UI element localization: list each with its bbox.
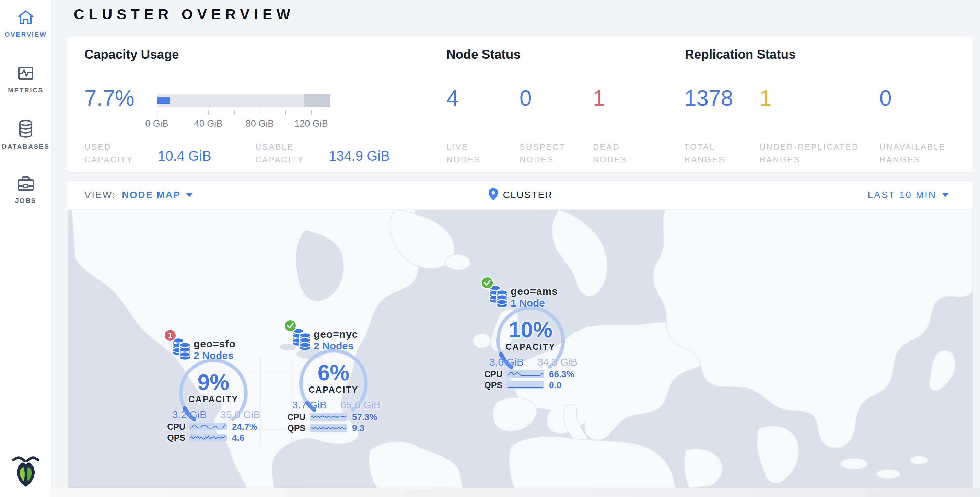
node-status-heading: Node Status (446, 47, 520, 62)
dead-nodes-count: 1 (593, 87, 605, 109)
used-capacity-label: USEDCAPACITY (84, 140, 133, 166)
suspect-nodes-count: 0 (520, 87, 532, 109)
node-map-panel: VIEW: NODE MAP CLUSTER LAST 10 MIN (68, 180, 973, 488)
qps-sparkline (189, 433, 227, 442)
under-replicated-ranges-label: UNDER-REPLICATEDRANGES (759, 140, 859, 166)
total-ranges-label: TOTALRANGES (684, 140, 725, 166)
gauge-percent: 6% (296, 360, 371, 385)
unavailable-ranges-label: UNAVAILABLERANGES (880, 140, 946, 166)
cpu-value: 24.7% (227, 422, 268, 432)
locality-used-capacity: 3.2 GiB (155, 409, 207, 421)
view-mode-dropdown[interactable]: VIEW: NODE MAP (84, 190, 193, 201)
sidebar: OVERVIEW METRICS DATABASES (0, 0, 51, 497)
axis-tick (260, 110, 261, 115)
locality-used-capacity: 3.7 GiB (275, 399, 327, 411)
sidebar-item-label: OVERVIEW (5, 31, 47, 38)
suspect-nodes-label: SUSPECTNODES (520, 140, 565, 166)
gauge-percent: 9% (176, 370, 251, 395)
locality-name: geo=nyc (313, 328, 358, 340)
sidebar-item-databases[interactable]: DATABASES (0, 119, 51, 150)
locality-name: geo=sfo (194, 338, 236, 350)
axis-tick (183, 110, 183, 115)
total-ranges-count: 1378 (684, 87, 733, 109)
sidebar-item-overview[interactable]: OVERVIEW (0, 9, 51, 38)
axis-tick-label: 40 GiB (194, 118, 223, 129)
dead-nodes-label: DEADNODES (593, 140, 627, 166)
unavailable-ranges-count: 0 (880, 87, 892, 109)
qps-value: 4.6 (227, 432, 268, 443)
database-icon (17, 119, 34, 138)
axis-tick (208, 110, 209, 115)
sidebar-item-label: METRICS (8, 86, 44, 94)
briefcase-icon (17, 176, 35, 192)
sidebar-item-label: DATABASES (2, 143, 50, 150)
usable-capacity-value: 134.9 GiB (329, 148, 390, 164)
qps-value: 9.3 (347, 423, 388, 433)
capacity-percent: 7.7% (84, 87, 135, 109)
gauge-caption: CAPACITY (493, 342, 568, 352)
sidebar-item-metrics[interactable]: METRICS (0, 65, 51, 94)
locality-total-capacity: 34.3 GiB (537, 356, 589, 368)
sidebar-item-jobs[interactable]: JOBS (0, 176, 51, 205)
axis-tick-label: 0 GiB (145, 118, 169, 129)
database-stack-icon (488, 285, 509, 309)
under-replicated-ranges-count: 1 (759, 87, 772, 109)
axis-tick (157, 110, 158, 115)
time-range-value: LAST 10 MIN (867, 190, 936, 201)
cpu-label: CPU (155, 422, 189, 432)
used-capacity-value: 10.4 GiB (158, 148, 212, 164)
page-title: CLUSTER OVERVIEW (74, 6, 295, 23)
chevron-down-icon (186, 193, 193, 197)
dead-node-badge: 1 (164, 329, 177, 342)
breadcrumb[interactable]: CLUSTER (488, 188, 553, 202)
bottom-scroll-strip[interactable] (51, 488, 980, 497)
locality-name: geo=ams (511, 285, 558, 297)
cluster-summary-panel: Capacity Usage 7.7% 0 GiB 40 GiB 80 GiB … (68, 36, 973, 172)
gauge-caption: CAPACITY (296, 385, 371, 395)
gauge-caption: CAPACITY (176, 394, 251, 404)
qps-sparkline (506, 381, 544, 390)
live-check-badge (481, 276, 494, 289)
cpu-value: 66.3% (544, 369, 585, 380)
database-stack-icon (292, 328, 312, 352)
axis-tick (234, 110, 235, 115)
usable-capacity-label: USABLECAPACITY (255, 140, 304, 166)
axis-tick (311, 110, 312, 115)
live-check-badge (284, 319, 297, 332)
cpu-sparkline (189, 422, 227, 431)
qps-label: QPS (275, 423, 310, 433)
gauge-percent: 10% (493, 317, 568, 342)
world-map[interactable]: 1 geo=sfo 2 Nodes 9% CAPACITY (68, 210, 973, 488)
axis-tick-label: 80 GiB (246, 118, 274, 129)
map-pin-icon (488, 188, 498, 202)
time-range-dropdown[interactable]: LAST 10 MIN (867, 190, 949, 201)
axis-tick-label: 120 GiB (294, 118, 328, 129)
cpu-value: 57.3% (347, 412, 388, 422)
capacity-bar-reserved (304, 94, 331, 107)
sidebar-item-label: JOBS (15, 197, 37, 205)
axis-tick (285, 110, 286, 115)
cpu-label: CPU (472, 369, 506, 379)
cockroachdb-logo (9, 452, 43, 488)
home-icon (17, 9, 34, 26)
capacity-usage-heading: Capacity Usage (84, 47, 179, 62)
database-stack-icon (172, 338, 191, 362)
qps-label: QPS (472, 380, 506, 390)
locality-used-capacity: 3.6 GiB (472, 356, 523, 368)
locality-total-capacity: 65.6 GiB (340, 399, 392, 411)
qps-label: QPS (155, 433, 189, 443)
live-nodes-count: 4 (446, 87, 459, 109)
live-nodes-label: LIVENODES (446, 140, 481, 166)
qps-value: 0.0 (544, 380, 585, 390)
cpu-sparkline (506, 370, 544, 379)
view-label: VIEW: (84, 190, 116, 201)
view-mode-value: NODE MAP (122, 190, 180, 201)
locality-total-capacity: 35.0 GiB (220, 409, 272, 421)
locality-marker-ams[interactable]: geo=ams 1 Node 10% CAPACITY 3.6 GiB 34.3… (472, 275, 589, 402)
locality-marker-nyc[interactable]: geo=nyc 2 Nodes 6% CAPACITY 3.7 GiB 65.6… (275, 318, 392, 445)
breadcrumb-label: CLUSTER (503, 190, 553, 201)
metrics-icon (17, 65, 34, 82)
qps-sparkline (310, 424, 347, 432)
capacity-bar-used (157, 97, 170, 104)
locality-marker-sfo[interactable]: 1 geo=sfo 2 Nodes 9% CAPACITY (155, 328, 272, 455)
